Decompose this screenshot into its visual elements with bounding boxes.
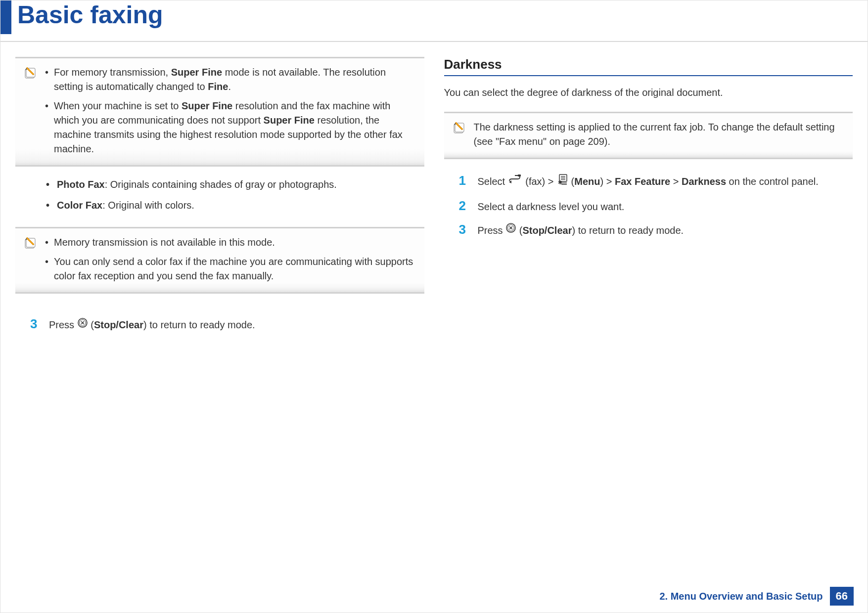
fax-feature-label: Fax Feature (615, 176, 670, 187)
step-text: Select (fax) > (478, 173, 847, 190)
stop-clear-icon (77, 317, 88, 332)
title-tab (0, 0, 11, 34)
menu-label: Menu (574, 176, 600, 187)
note-icon (23, 65, 37, 156)
text-fragment: Select (478, 176, 508, 187)
text-fragment: ( (91, 319, 94, 330)
right-step-3: 3 Press (Stop/Clear) to return to ready … (444, 218, 853, 243)
note-box-2: Memory transmission is not available in … (15, 227, 424, 294)
note-box-darkness: The darkness setting is applied to the c… (444, 112, 853, 159)
footer: 2. Menu Overview and Basic Setup 66 (659, 587, 854, 606)
right-column: Darkness You can select the degree of da… (444, 57, 853, 613)
text-fragment: on the control panel. (726, 176, 819, 187)
text-fragment: Press (478, 225, 506, 236)
stop-clear-label: Stop/Clear (522, 225, 572, 236)
section-heading-darkness: Darkness (444, 57, 853, 76)
footer-page-number: 66 (830, 587, 854, 606)
left-column: For memory transmission, Super Fine mode… (15, 57, 424, 613)
note-content-2: Memory transmission is not available in … (45, 235, 415, 283)
step-number: 2 (459, 198, 469, 214)
title-divider (0, 41, 868, 42)
content-area: For memory transmission, Super Fine mode… (0, 42, 868, 613)
step-text: Press (Stop/Clear) to return to ready mo… (49, 316, 418, 333)
note1-item-2: When your machine is set to Super Fine r… (45, 99, 415, 156)
stop-clear-icon (505, 222, 516, 237)
step-number: 3 (30, 316, 40, 332)
page: Basic faxing For memory transmission, Su (0, 0, 868, 613)
note-text: The darkness setting is applied to the c… (474, 122, 835, 147)
text-fragment: ) to return to ready mode. (572, 225, 684, 236)
bullet-photo-fax: Photo Fax: Originals containing shades o… (44, 176, 418, 192)
note-content-darkness: The darkness setting is applied to the c… (474, 120, 844, 149)
section-intro: You can select the degree of darkness of… (444, 85, 853, 100)
text-fragment: > (670, 176, 682, 187)
text-fragment: Press (49, 319, 77, 330)
note-icon (452, 120, 466, 149)
step-text: Press (Stop/Clear) to return to ready mo… (478, 222, 847, 239)
note2-item-2: You can only send a color fax if the mac… (45, 255, 415, 283)
right-step-2: 2 Select a darkness level you want. (444, 194, 853, 218)
text-fragment: (fax) > (525, 176, 556, 187)
title-bar: Basic faxing (0, 0, 868, 34)
page-title: Basic faxing (17, 0, 163, 29)
step-number: 3 (459, 222, 469, 237)
footer-chapter: 2. Menu Overview and Basic Setup (659, 591, 822, 602)
note-icon (23, 235, 37, 283)
svg-rect-8 (518, 175, 521, 176)
text-fragment: ) to return to ready mode. (143, 319, 255, 330)
note2-item-1: Memory transmission is not available in … (45, 235, 415, 250)
darkness-label: Darkness (682, 176, 726, 187)
stop-clear-label: Stop/Clear (94, 319, 143, 330)
text-fragment: ) > (600, 176, 614, 187)
header: Basic faxing (0, 0, 868, 42)
bullet-color-fax: Color Fax: Original with colors. (44, 197, 418, 213)
bullet-list: Photo Fax: Originals containing shades o… (15, 176, 424, 227)
step-number: 1 (459, 173, 469, 188)
note1-item-1: For memory transmission, Super Fine mode… (45, 65, 415, 94)
note-box-1: For memory transmission, Super Fine mode… (15, 57, 424, 167)
step-text: Select a darkness level you want. (478, 198, 847, 214)
note-content-1: For memory transmission, Super Fine mode… (45, 65, 415, 156)
right-step-1: 1 Select (fax) > (444, 169, 853, 194)
left-step-3: 3 Press (Stop/Clear) to return to ready … (15, 312, 424, 337)
fax-icon (508, 174, 523, 189)
menu-icon: ✱ (556, 174, 568, 189)
